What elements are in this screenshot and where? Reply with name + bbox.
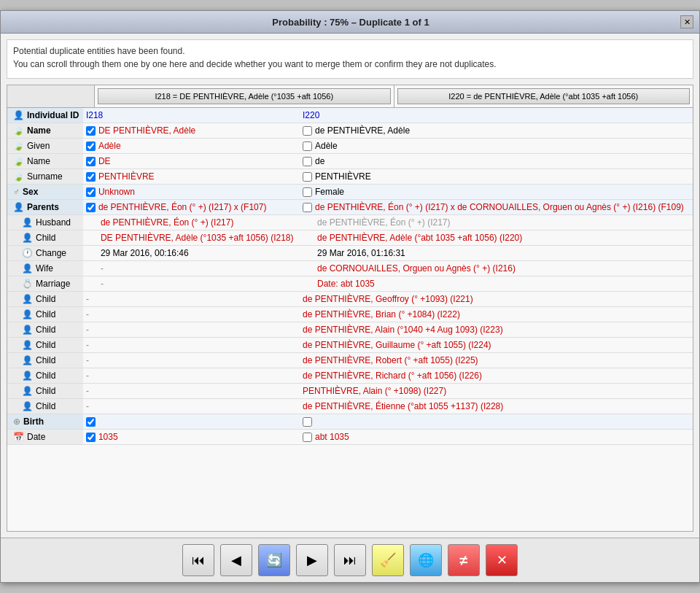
- date-icon: 📅: [13, 432, 24, 442]
- right-parents-checkbox[interactable]: [303, 203, 312, 212]
- right-child2-link[interactable]: de PENTHIÈVRE, Geoffroy (° +1093) (I221): [303, 294, 473, 304]
- right-sex-checkbox[interactable]: [303, 187, 312, 197]
- content-area: I218 = DE PENTHIÈVRE, Adèle (°1035 +aft …: [7, 85, 693, 532]
- given-label: Given: [27, 141, 50, 151]
- scroll-area[interactable]: 👤 Individual ID I218 I220: [7, 108, 693, 531]
- left-surname-link[interactable]: PENTHIÈVRE: [98, 171, 155, 182]
- right-child9-link[interactable]: de PENTHIÈVRE, Étienne (°abt 1055 +1137)…: [303, 401, 503, 411]
- right-change-value: 29 Mar 2016, 01:16:31: [317, 248, 405, 258]
- husband-icon: 👤: [22, 217, 33, 228]
- left-name2-link[interactable]: DE: [98, 156, 111, 166]
- first-button[interactable]: ⏮: [182, 544, 214, 576]
- right-child1-link[interactable]: de PENTHIÈVRE, Adèle (°abt 1035 +aft 105…: [317, 233, 522, 243]
- table-row: 👤 Child - de PENTHIÈVRE, Brian (° +1084)…: [7, 307, 693, 322]
- left-child2-value: -: [86, 294, 89, 304]
- date-label: Date: [27, 432, 45, 442]
- wife-label: Wife: [36, 263, 53, 274]
- right-id-link[interactable]: I220: [303, 110, 319, 120]
- next-button[interactable]: ▶: [296, 544, 328, 576]
- last-button[interactable]: ⏭: [334, 544, 366, 576]
- right-header-button[interactable]: I220 = de PENTHIÈVRE, Adèle (°abt 1035 +…: [397, 88, 691, 104]
- right-surname-checkbox[interactable]: [303, 172, 312, 182]
- child2-label: Child: [36, 294, 55, 304]
- name-label: Name: [27, 125, 51, 136]
- table-row: 💍 Marriage -: [7, 276, 693, 292]
- left-name2-checkbox[interactable]: [86, 157, 96, 166]
- right-child5-link[interactable]: de PENTHIÈVRE, Guillaume (° +aft 1055) (…: [303, 340, 491, 350]
- child1-label: Child: [36, 233, 55, 243]
- surname-label: Surname: [27, 171, 63, 182]
- left-parents-link[interactable]: de PENTHIÈVRE, Éon (° +) (I217) x (F107): [98, 202, 267, 212]
- right-sex-value: Female: [315, 187, 344, 197]
- left-date-link[interactable]: 1035: [98, 432, 118, 442]
- birth-icon: ⊕: [13, 416, 20, 427]
- left-husband-link[interactable]: de PENTHIÈVRE, Éon (° +) (I217): [101, 217, 234, 228]
- table-row: 👤 Child - de PENTHIÈVRE, Robert (° +aft …: [7, 353, 693, 368]
- web-button[interactable]: 🌐: [410, 544, 442, 576]
- right-child8-link[interactable]: PENTHIÈVRE, Alain (° +1098) (I227): [303, 386, 446, 396]
- surname-icon: 🍃: [13, 171, 24, 182]
- column-headers: I218 = DE PENTHIÈVRE, Adèle (°1035 +aft …: [7, 85, 693, 108]
- left-parents-checkbox[interactable]: [86, 203, 96, 212]
- birth-label: Birth: [23, 416, 44, 427]
- clear-button[interactable]: 🧹: [372, 544, 404, 576]
- left-birth-checkbox[interactable]: [86, 417, 96, 427]
- left-surname-checkbox[interactable]: [86, 172, 96, 182]
- info-line1: Potential duplicate entities have been f…: [13, 46, 687, 56]
- right-parents-link[interactable]: de PENTHIÈVRE, Éon (° +) (I217) x de COR…: [315, 202, 684, 212]
- not-duplicate-button[interactable]: ≠: [448, 544, 480, 576]
- info-line2: You can scroll through them one by one h…: [13, 59, 687, 69]
- table-row: 👤 Wife -: [7, 261, 693, 276]
- child5-icon: 👤: [22, 340, 33, 350]
- table-row: 👤 Child - de PENTHIÈVRE, Richard (° +aft…: [7, 368, 693, 384]
- right-name2-checkbox[interactable]: [303, 157, 312, 166]
- left-id-link[interactable]: I218: [86, 110, 103, 120]
- prev-button[interactable]: ◀: [220, 544, 252, 576]
- window-title: Probability : 75% – Duplicate 1 of 1: [21, 17, 680, 28]
- left-header-button[interactable]: I218 = DE PENTHIÈVRE, Adèle (°1035 +aft …: [98, 88, 391, 104]
- close-button[interactable]: ✕: [680, 15, 693, 28]
- right-child6-link[interactable]: de PENTHIÈVRE, Robert (° +aft 1055) (I22…: [303, 355, 478, 365]
- right-child7-link[interactable]: de PENTHIÈVRE, Richard (° +aft 1056) (I2…: [303, 371, 482, 381]
- marriage-label: Marriage: [36, 279, 70, 289]
- right-child4-link[interactable]: de PENTHIÈVRE, Alain (°1040 +4 Aug 1093)…: [303, 325, 503, 335]
- right-name-checkbox[interactable]: [303, 126, 312, 136]
- left-given-checkbox[interactable]: [86, 142, 96, 151]
- left-given-link[interactable]: Adèle: [98, 141, 121, 151]
- left-child8-value: -: [86, 386, 89, 396]
- child9-label: Child: [36, 401, 55, 411]
- left-name-link[interactable]: DE PENTHIÈVRE, Adèle: [98, 125, 195, 136]
- right-given-checkbox[interactable]: [303, 142, 312, 151]
- refresh-button[interactable]: 🔄: [258, 544, 290, 576]
- left-name-cell: DE PENTHIÈVRE, Adèle: [86, 125, 297, 136]
- name2-label: Name: [27, 156, 50, 166]
- left-child7-value: -: [86, 371, 89, 381]
- left-sex-checkbox[interactable]: [86, 187, 96, 197]
- left-child9-value: -: [86, 401, 89, 411]
- right-date-checkbox[interactable]: [303, 433, 312, 442]
- table-row: 🍃 Surname PENTHIÈVRE: [7, 169, 693, 185]
- sex-icon: ♂: [13, 187, 20, 197]
- table-row: 👤 Child DE PENTHIÈVRE, Adèle (°1035 +aft…: [7, 230, 693, 246]
- left-sex-link[interactable]: Unknown: [98, 187, 135, 197]
- cancel-button[interactable]: ✕: [486, 544, 518, 576]
- right-wife-link[interactable]: de CORNOUAILLES, Orguen ou Agnès (° +) (…: [317, 263, 516, 274]
- child4-icon: 👤: [22, 325, 33, 335]
- child8-label: Child: [36, 386, 55, 396]
- left-name-checkbox[interactable]: [86, 126, 96, 136]
- change-icon: 🕐: [22, 248, 33, 258]
- left-child3-value: -: [86, 309, 89, 319]
- table-row: 👤 Child - de PENTHIÈVRE, Guillaume (° +a…: [7, 338, 693, 353]
- given-icon: 🍃: [13, 141, 24, 151]
- right-child3-link[interactable]: de PENTHIÈVRE, Brian (° +1084) (I222): [303, 309, 460, 319]
- child3-label: Child: [36, 309, 55, 319]
- left-child5-value: -: [86, 340, 89, 350]
- left-wife-value: -: [101, 263, 104, 274]
- left-child1-link[interactable]: DE PENTHIÈVRE, Adèle (°1035 +aft 1056) (…: [101, 233, 294, 243]
- table-row: 👤 Husband de PENTHIÈVRE, Éon (° +) (I217…: [7, 215, 693, 230]
- right-birth-checkbox[interactable]: [303, 417, 312, 427]
- sex-label: Sex: [23, 187, 38, 197]
- left-date-checkbox[interactable]: [86, 433, 96, 442]
- right-name-value: de PENTHIÈVRE, Adèle: [315, 125, 410, 136]
- right-surname-value: PENTHIÈVRE: [315, 171, 371, 182]
